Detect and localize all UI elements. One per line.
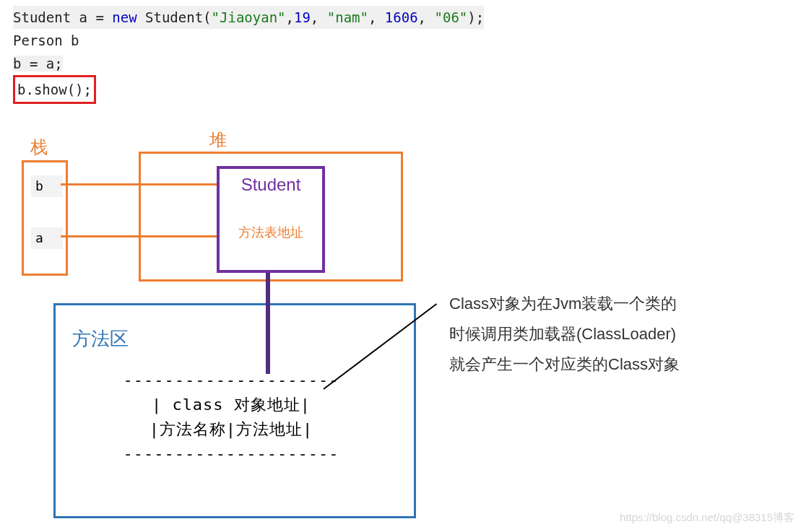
description-text: Class对象为在Jvm装载一个类的 时候调用类加载器(ClassLoader)… xyxy=(449,289,680,380)
connector-b-to-obj xyxy=(61,183,217,186)
method-area-label: 方法区 xyxy=(72,326,129,352)
highlighted-call: b.show(); xyxy=(13,75,96,104)
var-a: a xyxy=(31,227,63,249)
desc-line-2: 时候调用类加载器(ClassLoader) xyxy=(449,319,680,349)
code-line-1: Student a = new Student("Jiaoyan",19, "n… xyxy=(13,6,484,29)
watermark: https://blog.csdn.net/qq@38315博客 xyxy=(620,511,794,525)
desc-line-3: 就会产生一个对应类的Class对象 xyxy=(449,349,680,380)
code-block: Student a = new Student("Jiaoyan",19, "n… xyxy=(13,6,484,104)
heap-label: 堆 xyxy=(209,128,227,152)
code-line-2: Person b xyxy=(13,29,484,52)
student-subtitle: 方法表地址 xyxy=(220,224,322,241)
connector-a-to-obj xyxy=(61,235,217,237)
stack-label: 栈 xyxy=(30,136,48,159)
student-title: Student xyxy=(220,175,322,195)
method-table: --------------------- | class 对象地址| |方法名… xyxy=(123,368,339,466)
code-line-4: b.show(); xyxy=(13,75,484,104)
connector-obj-to-table xyxy=(266,273,270,374)
stack-box: b a xyxy=(22,160,68,276)
student-object: Student 方法表地址 xyxy=(217,166,325,273)
desc-line-1: Class对象为在Jvm装载一个类的 xyxy=(449,289,680,319)
code-line-3: b = a; xyxy=(13,52,484,75)
var-b: b xyxy=(31,175,63,197)
